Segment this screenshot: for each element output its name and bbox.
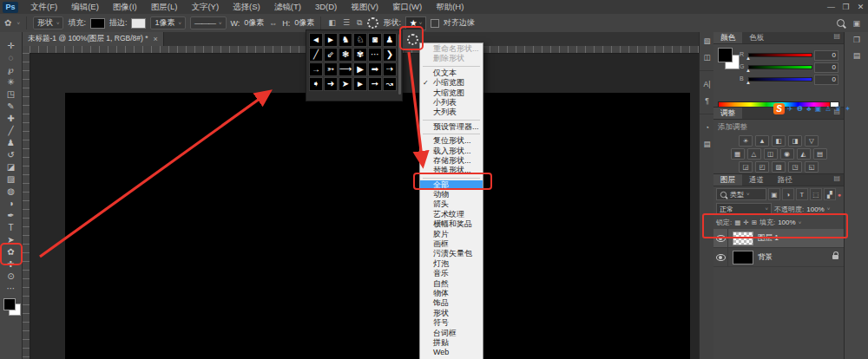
- shape-thumbnail[interactable]: ➙: [368, 77, 382, 91]
- shape-thumbnail[interactable]: ➤: [339, 77, 352, 91]
- filter-pin-icon[interactable]: ●: [838, 192, 841, 198]
- adjustment-icon[interactable]: ▲: [755, 135, 769, 147]
- tool-healing-brush-tool[interactable]: ✚: [0, 112, 22, 124]
- path-op-icon[interactable]: ☰: [342, 18, 351, 28]
- fill-value[interactable]: 100%: [778, 219, 795, 226]
- tab-channels[interactable]: 通道: [742, 174, 771, 186]
- menu-item[interactable]: 文字(Y): [184, 2, 226, 13]
- shape-thumbnail[interactable]: ►: [353, 77, 367, 91]
- tool-type-tool[interactable]: T: [0, 221, 22, 233]
- shape-thumbnail[interactable]: ╱: [309, 48, 323, 62]
- tool-gradient-tool[interactable]: ▨: [0, 173, 22, 185]
- gear-menu-item[interactable]: 全部: [420, 180, 483, 190]
- adjustment-icon[interactable]: ▦: [731, 148, 745, 160]
- shape-thumbnail[interactable]: ♘: [353, 33, 367, 47]
- width-field[interactable]: 0像素: [244, 17, 264, 29]
- slider-track[interactable]: [748, 65, 812, 69]
- tool-path-selection-tool[interactable]: ➤: [0, 233, 22, 245]
- document-tab[interactable]: 未标题-1 @ 100%(图层 1, RGB/8#) * ×: [23, 32, 164, 46]
- tool-quick-selection-tool[interactable]: ✳: [0, 75, 22, 88]
- tool-pen-tool[interactable]: ✒: [0, 209, 22, 221]
- shape-thumbnail[interactable]: →: [309, 62, 323, 76]
- menu-item[interactable]: 视图(V): [344, 2, 385, 13]
- tool-brush-tool[interactable]: ╱: [0, 124, 22, 136]
- fill-swatch[interactable]: [90, 18, 105, 29]
- minimize-icon[interactable]: —: [824, 3, 838, 11]
- gear-menu-item[interactable]: 形状: [420, 309, 483, 318]
- collapsed-panel-icon[interactable]: ▤: [700, 135, 714, 152]
- tool-blur-tool[interactable]: ◍: [0, 185, 22, 197]
- canvas[interactable]: [65, 93, 690, 359]
- workspace-icon[interactable]: ▣: [852, 19, 861, 28]
- shape-thumbnail[interactable]: ♞: [339, 33, 352, 47]
- layer-thumbnail[interactable]: [733, 232, 753, 245]
- shape-thumbnail[interactable]: ♟: [383, 33, 397, 47]
- slider-thumb-icon[interactable]: ▲: [746, 80, 751, 85]
- gear-menu-item[interactable]: 替换形状...: [420, 166, 483, 175]
- opacity-value[interactable]: 100%: [806, 206, 824, 213]
- shape-thumbnail[interactable]: ❯: [383, 48, 397, 62]
- menu-item[interactable]: 图像(I): [106, 2, 144, 13]
- tool-move-tool[interactable]: ✛: [0, 39, 22, 51]
- gear-menu-item[interactable]: 物体: [420, 289, 483, 298]
- shape-thumbnail[interactable]: ❃: [339, 48, 352, 62]
- blend-mode-select[interactable]: 正常 ˅: [716, 203, 772, 215]
- tool-history-brush-tool[interactable]: ↺: [0, 148, 22, 160]
- gear-menu-item[interactable]: 符号: [420, 318, 483, 328]
- gear-menu-item[interactable]: 拼贴: [420, 338, 483, 348]
- adjustment-icon[interactable]: ☀: [739, 135, 753, 147]
- slider-track[interactable]: [748, 53, 812, 57]
- slider-thumb-icon[interactable]: ▲: [746, 68, 751, 73]
- tool-lasso-tool[interactable]: ℘: [0, 63, 22, 75]
- stroke-swatch[interactable]: [131, 18, 146, 29]
- stroke-width-field[interactable]: 1像素 ˅: [150, 16, 186, 29]
- visibility-toggle[interactable]: [713, 248, 728, 266]
- layer-filter-type-select[interactable]: 类型 ˅: [716, 188, 766, 200]
- collapsed-panel-icon[interactable]: A|: [700, 75, 714, 92]
- gear-menu-item[interactable]: 饰品: [420, 298, 483, 308]
- adjustment-icon[interactable]: ◉: [780, 148, 794, 160]
- tool-zoom-tool[interactable]: ⊙: [0, 270, 22, 282]
- collapsed-panel-icon[interactable]: ❐: [845, 32, 868, 48]
- layer-filter-icon[interactable]: T: [796, 188, 808, 200]
- tab-swatches[interactable]: 色板: [742, 32, 771, 43]
- gear-menu-item[interactable]: 音乐: [420, 269, 483, 278]
- tab-adjustments[interactable]: 调整: [713, 108, 742, 119]
- maximize-icon[interactable]: ❐: [838, 3, 853, 11]
- search-icon[interactable]: [837, 19, 845, 27]
- shape-thumbnail[interactable]: ↝: [383, 77, 397, 91]
- layer-row[interactable]: 背景: [713, 248, 844, 267]
- shape-thumbnail[interactable]: ◄: [309, 33, 323, 47]
- gear-menu-item[interactable]: 载入形状...: [420, 147, 483, 156]
- adjustment-icon[interactable]: ◧: [772, 135, 786, 147]
- lock-icon[interactable]: ✛: [743, 219, 748, 226]
- collapsed-panel-icon[interactable]: ▧: [700, 32, 714, 49]
- adjustment-icon[interactable]: ◨: [788, 135, 802, 147]
- adjustment-icon[interactable]: ◱: [805, 161, 819, 173]
- shape-thumbnail[interactable]: ▶: [353, 62, 367, 76]
- visibility-toggle[interactable]: [713, 229, 728, 247]
- close-tab-icon[interactable]: ×: [154, 35, 158, 43]
- adjustment-icon[interactable]: △: [747, 148, 761, 160]
- shape-thumbnail[interactable]: ⇢: [383, 62, 397, 76]
- adjustment-icon[interactable]: ▽: [805, 135, 819, 147]
- tool-custom-shape-tool[interactable]: ✿: [0, 245, 22, 258]
- gear-menu-item[interactable]: 动物: [420, 190, 483, 199]
- menu-item[interactable]: 编辑(E): [64, 2, 106, 13]
- slider-track[interactable]: [748, 77, 812, 82]
- tool-eyedropper-tool[interactable]: ✎: [0, 100, 22, 112]
- gear-menu-item[interactable]: 自然: [420, 279, 483, 289]
- adjustment-icon[interactable]: ◭: [797, 148, 811, 160]
- collapsed-panel-icon[interactable]: ▤: [845, 48, 868, 63]
- gear-menu-item[interactable]: 存储形状...: [420, 156, 483, 166]
- tool-edit-toolbar[interactable]: ⋯: [0, 282, 22, 294]
- menu-item[interactable]: 文件(F): [23, 2, 64, 13]
- foreground-color-swatch[interactable]: [3, 298, 16, 310]
- layer-filter-icon[interactable]: ◑: [782, 188, 794, 200]
- panel-menu-icon[interactable]: ▤: [833, 174, 844, 186]
- shape-thumbnail[interactable]: ⋯: [368, 48, 382, 62]
- menu-item[interactable]: 帮助(H): [429, 2, 470, 13]
- tool-dodge-tool[interactable]: ◑: [0, 197, 22, 209]
- gear-menu-item[interactable]: 小列表: [420, 98, 483, 108]
- path-op-icon[interactable]: ◧: [327, 18, 337, 28]
